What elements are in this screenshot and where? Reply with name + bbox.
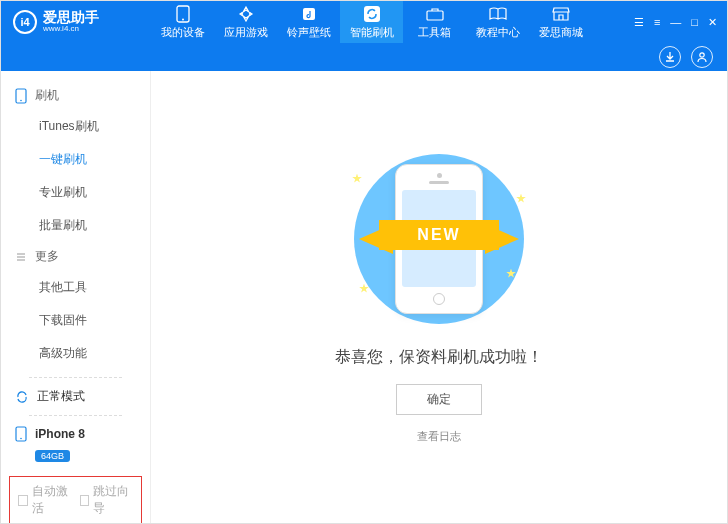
storage-badge: 64GB bbox=[35, 450, 70, 462]
more-icon bbox=[15, 251, 27, 263]
phone-icon bbox=[15, 88, 27, 104]
new-ribbon: NEW bbox=[349, 220, 529, 255]
apps-icon bbox=[236, 5, 256, 23]
sidebar-item-onekey[interactable]: 一键刷机 bbox=[1, 143, 150, 176]
svg-point-5 bbox=[700, 53, 704, 57]
sidebar-item-batch[interactable]: 批量刷机 bbox=[1, 209, 150, 242]
close-icon[interactable]: ✕ bbox=[708, 16, 717, 29]
phone-icon bbox=[173, 5, 193, 23]
nav-devices[interactable]: 我的设备 bbox=[151, 1, 214, 43]
brand-logo: i4 爱思助手 www.i4.cn bbox=[1, 1, 151, 43]
settings-icon[interactable]: ≡ bbox=[654, 16, 660, 29]
sidebar-item-advanced[interactable]: 高级功能 bbox=[1, 337, 150, 363]
brand-url: www.i4.cn bbox=[43, 25, 99, 34]
success-title: 恭喜您，保资料刷机成功啦！ bbox=[335, 347, 543, 368]
minimize-icon[interactable]: — bbox=[670, 16, 681, 29]
book-icon bbox=[488, 5, 508, 23]
svg-rect-3 bbox=[364, 6, 380, 22]
ok-button[interactable]: 确定 bbox=[396, 384, 482, 415]
brand-name: 爱思助手 bbox=[43, 10, 99, 25]
svg-rect-4 bbox=[427, 11, 443, 20]
sidebar-item-itunes[interactable]: iTunes刷机 bbox=[1, 110, 150, 143]
user-button[interactable] bbox=[691, 46, 713, 68]
checkbox-auto-activate[interactable]: 自动激活 bbox=[18, 483, 72, 517]
maximize-icon[interactable]: □ bbox=[691, 16, 698, 29]
checkbox-skip-guide[interactable]: 跳过向导 bbox=[80, 483, 134, 517]
sidebar-item-pro[interactable]: 专业刷机 bbox=[1, 176, 150, 209]
main-content: NEW 恭喜您，保资料刷机成功啦！ 确定 查看日志 bbox=[151, 71, 727, 524]
sidebar-item-other[interactable]: 其他工具 bbox=[1, 271, 150, 304]
sync-icon bbox=[15, 390, 29, 404]
nav-apps[interactable]: 应用游戏 bbox=[214, 1, 277, 43]
store-icon bbox=[551, 5, 571, 23]
svg-point-1 bbox=[182, 18, 184, 20]
header-right: ☰ ≡ — □ ✕ bbox=[624, 1, 727, 43]
logo-icon: i4 bbox=[13, 10, 37, 34]
nav-store[interactable]: 爱思商城 bbox=[529, 1, 592, 43]
nav-toolbox[interactable]: 工具箱 bbox=[403, 1, 466, 43]
view-log-link[interactable]: 查看日志 bbox=[417, 429, 461, 444]
svg-point-7 bbox=[20, 99, 22, 101]
sidebar-item-firmware[interactable]: 下载固件 bbox=[1, 304, 150, 337]
top-nav: 我的设备 应用游戏 铃声壁纸 智能刷机 工具箱 教程中心 爱思商城 bbox=[151, 1, 624, 43]
sync-icon bbox=[362, 5, 382, 23]
nav-tutorial[interactable]: 教程中心 bbox=[466, 1, 529, 43]
phone-icon bbox=[15, 426, 27, 442]
window-controls: ☰ ≡ — □ ✕ bbox=[634, 16, 717, 29]
music-icon bbox=[299, 5, 319, 23]
highlighted-options: 自动激活 跳过向导 bbox=[9, 476, 142, 524]
toolbox-icon bbox=[425, 5, 445, 23]
download-button[interactable] bbox=[659, 46, 681, 68]
sidebar-section-more: 更多 bbox=[1, 242, 150, 271]
sidebar-section-flash: 刷机 bbox=[1, 81, 150, 110]
nav-flash[interactable]: 智能刷机 bbox=[340, 1, 403, 43]
sidebar-bottom: 正常模式 iPhone 8 64GB bbox=[1, 363, 150, 470]
nav-ringtones[interactable]: 铃声壁纸 bbox=[277, 1, 340, 43]
sidebar: 刷机 iTunes刷机 一键刷机 专业刷机 批量刷机 更多 其他工具 下载固件 … bbox=[1, 71, 151, 524]
svg-point-9 bbox=[20, 438, 22, 440]
themes-icon[interactable]: ☰ bbox=[634, 16, 644, 29]
mode-indicator[interactable]: 正常模式 bbox=[15, 384, 136, 409]
success-illustration: NEW bbox=[334, 154, 544, 324]
svg-rect-2 bbox=[303, 8, 315, 20]
app-header: i4 爱思助手 www.i4.cn 我的设备 应用游戏 铃声壁纸 智能刷机 工具… bbox=[1, 1, 727, 43]
device-indicator[interactable]: iPhone 8 bbox=[15, 422, 136, 446]
